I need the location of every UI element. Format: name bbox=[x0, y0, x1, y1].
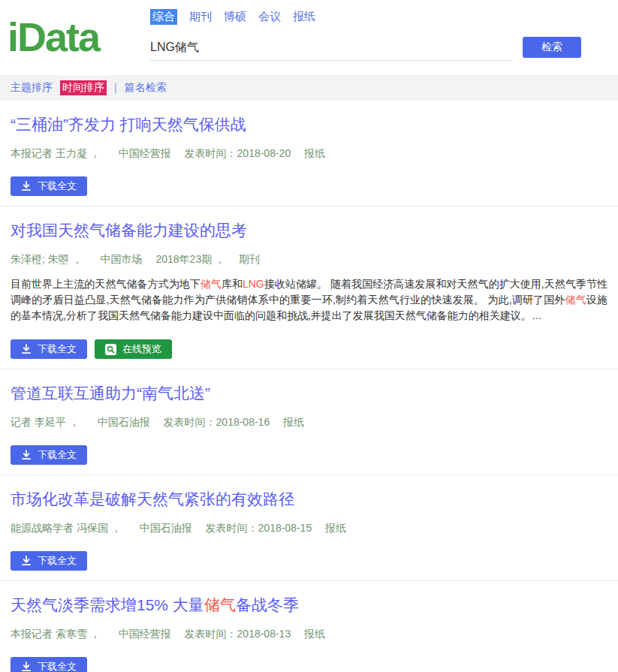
result-title-link[interactable]: 管道互联互通助力“南气北送” bbox=[11, 384, 607, 403]
result-actions: 下载全文 在线预览 bbox=[11, 339, 607, 359]
title-text: 对我国天然气储备能力建设的思考 bbox=[11, 221, 247, 239]
result-actions: 下载全文 bbox=[11, 445, 607, 465]
authors: 朱泽橙; 朱曌 ， bbox=[11, 253, 83, 265]
scope-tabs: 综合 期刊 博硕 会议 报纸 bbox=[150, 9, 607, 25]
download-icon bbox=[21, 556, 32, 566]
result-actions: 下载全文 bbox=[11, 657, 607, 672]
title-text: 备战冬季 bbox=[236, 596, 299, 613]
tab-composite[interactable]: 综合 bbox=[150, 9, 177, 25]
download-label: 下载全文 bbox=[38, 448, 77, 462]
search-input[interactable] bbox=[150, 38, 512, 61]
result-item: 对我国天然气储备能力建设的思考 朱泽橙; 朱曌 ， 中国市场 2018年23期 … bbox=[0, 206, 618, 369]
title-text: 市场化改革是破解天然气紧张的有效路径 bbox=[11, 490, 294, 508]
idata-logo[interactable]: iData bbox=[8, 8, 150, 66]
results-list: “三桶油”齐发力 打响天然气保供战 本报记者 王力凝 ， 中国经营报 发表时间：… bbox=[0, 101, 618, 672]
authors: 记者 李延平 ， bbox=[11, 416, 80, 428]
doc-type: 报纸 bbox=[304, 628, 325, 640]
authors: 本报记者 王力凝 ， bbox=[11, 147, 101, 159]
download-label: 下载全文 bbox=[38, 660, 77, 672]
download-fulltext-button[interactable]: 下载全文 bbox=[11, 176, 87, 196]
publish-date: 发表时间：2018-08-20 bbox=[185, 147, 291, 159]
download-label: 下载全文 bbox=[38, 554, 77, 568]
abstract-text: 库和 bbox=[222, 278, 243, 290]
result-title-link[interactable]: 天然气淡季需求增15% 大量储气备战冬季 bbox=[11, 595, 607, 615]
download-fulltext-button[interactable]: 下载全文 bbox=[11, 339, 87, 359]
abstract-text: 目前世界上主流的天然气储备方式为地下 bbox=[11, 278, 200, 290]
result-meta: 能源战略学者 冯保国 ， 中国石油报 发表时间：2018-08-15 报纸 bbox=[11, 522, 607, 535]
result-item: 管道互联互通助力“南气北送” 记者 李延平 ， 中国石油报 发表时间：2018-… bbox=[0, 369, 618, 475]
doc-type: 报纸 bbox=[304, 147, 325, 159]
download-icon bbox=[21, 661, 32, 672]
authors: 能源战略学者 冯保国 ， bbox=[11, 522, 122, 534]
search-button[interactable]: 检索 bbox=[523, 37, 581, 58]
doc-type: 期刊 bbox=[239, 253, 260, 265]
doc-type: 报纸 bbox=[283, 416, 304, 428]
source: 中国市场 bbox=[101, 253, 143, 265]
tab-journal[interactable]: 期刊 bbox=[189, 10, 212, 24]
result-abstract: 目前世界上主流的天然气储备方式为地下储气库和LNG接收站储罐。 随着我国经济高速… bbox=[11, 276, 607, 324]
authors: 本报记者 索寒雪 ， bbox=[11, 628, 101, 640]
source: 中国石油报 bbox=[98, 416, 150, 428]
result-actions: 下载全文 bbox=[11, 176, 607, 196]
title-search-link[interactable]: 篇名检索 bbox=[125, 81, 167, 95]
result-meta: 朱泽橙; 朱曌 ， 中国市场 2018年23期 ， 期刊 bbox=[11, 253, 607, 267]
header: iData 综合 期刊 博硕 会议 报纸 检索 bbox=[0, 0, 618, 66]
download-icon bbox=[21, 450, 32, 460]
online-preview-button[interactable]: 在线预览 bbox=[95, 339, 172, 359]
doc-type: 报纸 bbox=[325, 522, 346, 534]
search-row: 检索 bbox=[150, 37, 607, 61]
result-title-link[interactable]: 对我国天然气储备能力建设的思考 bbox=[11, 221, 607, 240]
download-icon bbox=[21, 181, 32, 191]
download-fulltext-button[interactable]: 下载全文 bbox=[11, 551, 87, 571]
result-title-link[interactable]: “三桶油”齐发力 打响天然气保供战 bbox=[11, 115, 607, 134]
sort-separator: | bbox=[114, 82, 117, 94]
issue: 2018年23期 ， bbox=[155, 253, 225, 265]
sort-bar: 主题排序 时间排序 | 篇名检索 bbox=[0, 75, 618, 101]
result-title-link[interactable]: 市场化改革是破解天然气紧张的有效路径 bbox=[11, 490, 607, 509]
abstract-highlight: LNG bbox=[243, 278, 264, 290]
sort-by-topic[interactable]: 主题排序 bbox=[11, 81, 53, 95]
result-item: 市场化改革是破解天然气紧张的有效路径 能源战略学者 冯保国 ， 中国石油报 发表… bbox=[0, 475, 618, 581]
result-meta: 本报记者 王力凝 ， 中国经营报 发表时间：2018-08-20 报纸 bbox=[11, 147, 607, 161]
tab-conference[interactable]: 会议 bbox=[258, 10, 281, 24]
sort-by-time[interactable]: 时间排序 bbox=[60, 80, 107, 95]
result-item: “三桶油”齐发力 打响天然气保供战 本报记者 王力凝 ， 中国经营报 发表时间：… bbox=[0, 101, 618, 206]
magnifier-icon bbox=[105, 344, 116, 355]
result-actions: 下载全文 bbox=[11, 551, 607, 571]
download-fulltext-button[interactable]: 下载全文 bbox=[11, 657, 87, 672]
download-label: 下载全文 bbox=[38, 179, 77, 193]
title-text: 天然气淡季需求增15% 大量 bbox=[11, 596, 204, 613]
publish-date: 发表时间：2018-08-16 bbox=[164, 416, 270, 428]
title-text: “三桶油”齐发力 打响天然气保供战 bbox=[11, 116, 246, 133]
abstract-highlight: 储气 bbox=[200, 278, 222, 290]
result-meta: 记者 李延平 ， 中国石油报 发表时间：2018-08-16 报纸 bbox=[11, 416, 607, 429]
download-label: 下载全文 bbox=[38, 342, 77, 356]
publish-date: 发表时间：2018-08-15 bbox=[206, 522, 312, 534]
header-right: 综合 期刊 博硕 会议 报纸 检索 bbox=[150, 8, 607, 66]
tab-thesis[interactable]: 博硕 bbox=[224, 10, 246, 24]
publish-date: 发表时间：2018-08-13 bbox=[185, 628, 291, 640]
title-text: 管道互联互通助力“南气北送” bbox=[11, 384, 210, 402]
tab-newspaper[interactable]: 报纸 bbox=[293, 10, 315, 24]
result-item: 天然气淡季需求增15% 大量储气备战冬季 本报记者 索寒雪 ， 中国经营报 发表… bbox=[0, 581, 618, 672]
title-highlight: 储气 bbox=[204, 596, 236, 613]
source: 中国经营报 bbox=[119, 147, 171, 159]
download-fulltext-button[interactable]: 下载全文 bbox=[11, 445, 87, 465]
result-meta: 本报记者 索寒雪 ， 中国经营报 发表时间：2018-08-13 报纸 bbox=[11, 628, 607, 641]
source: 中国石油报 bbox=[140, 522, 192, 534]
abstract-highlight: 储气 bbox=[565, 294, 586, 306]
source: 中国经营报 bbox=[119, 628, 171, 640]
preview-label: 在线预览 bbox=[122, 342, 161, 356]
download-icon bbox=[21, 344, 32, 354]
